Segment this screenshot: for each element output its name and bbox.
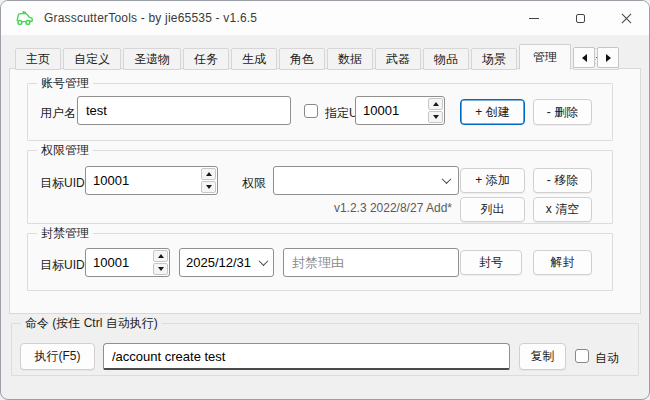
clear-button[interactable]: x 清空	[533, 197, 592, 222]
ban-reason-input[interactable]	[283, 248, 459, 277]
auto-label: 自动	[595, 350, 619, 367]
tab-home[interactable]: 主页	[15, 48, 61, 70]
auto-checkbox[interactable]	[575, 349, 589, 363]
run-button[interactable]: 执行(F5)	[20, 343, 95, 370]
group-account: 账号管理 用户名 指定UID + 创建 - 删除	[27, 83, 613, 141]
add-button[interactable]: + 添加	[460, 168, 525, 193]
uid-spinner-input[interactable]	[356, 97, 427, 124]
spinner-down-button[interactable]	[428, 111, 443, 123]
copy-button[interactable]: 复制	[519, 343, 566, 370]
ban-date-value: 2025/12/31	[186, 255, 251, 270]
up-triangle-icon	[158, 254, 164, 258]
maximize-button[interactable]	[557, 1, 603, 35]
username-input[interactable]	[77, 96, 291, 125]
group-ban-title: 封禁管理	[37, 225, 93, 242]
tab-data[interactable]: 数据	[327, 48, 373, 70]
group-account-title: 账号管理	[37, 75, 93, 92]
tab-item[interactable]: 物品	[423, 48, 469, 70]
tab-page-panel: 账号管理 用户名 指定UID + 创建 - 删除 权限管理 目标UID	[9, 68, 641, 314]
tab-artifact[interactable]: 圣遗物	[123, 48, 181, 70]
uid-spinner[interactable]	[355, 96, 445, 125]
target-uid-spinner[interactable]	[85, 166, 218, 195]
tab-custom[interactable]: 自定义	[63, 48, 121, 70]
username-label: 用户名	[40, 105, 76, 122]
create-button[interactable]: + 创建	[460, 99, 525, 125]
tab-scroll-left-button[interactable]	[573, 47, 595, 68]
left-triangle-icon	[582, 54, 587, 62]
unban-button[interactable]: 解封	[533, 250, 592, 275]
version-note: v1.2.3 2022/8/27 Add*	[28, 201, 452, 215]
minimize-button[interactable]	[511, 1, 557, 35]
ban-target-uid-label: 目标UID	[40, 257, 85, 274]
up-triangle-icon	[206, 172, 212, 176]
up-triangle-icon	[433, 102, 439, 106]
down-triangle-icon	[206, 185, 212, 189]
down-triangle-icon	[433, 115, 439, 119]
delete-button[interactable]: - 删除	[533, 99, 592, 125]
right-triangle-icon	[606, 54, 611, 62]
chevron-down-icon	[442, 174, 452, 184]
close-icon	[621, 13, 632, 24]
command-input[interactable]	[103, 343, 510, 370]
titlebar: GrasscutterTools - by jie65535 - v1.6.5	[1, 1, 649, 35]
spinner-up-button[interactable]	[428, 98, 443, 110]
app-window: GrasscutterTools - by jie65535 - v1.6.5 …	[0, 0, 650, 400]
tab-character[interactable]: 角色	[279, 48, 325, 70]
tab-scroll-right-button[interactable]	[597, 47, 619, 68]
target-uid-spinner-input[interactable]	[86, 167, 200, 194]
window-title: GrasscutterTools - by jie65535 - v1.6.5	[44, 11, 257, 25]
tab-spawn[interactable]: 生成	[231, 48, 277, 70]
group-permission: 权限管理 目标UID 权限 + 添加 - 移除 v1.2.3 2022/8/27…	[27, 150, 613, 224]
specify-uid-checkbox[interactable]	[304, 104, 318, 118]
ban-uid-spinner[interactable]	[85, 248, 170, 277]
target-uid-label: 目标UID	[40, 175, 85, 192]
ban-date-combobox[interactable]: 2025/12/31	[179, 248, 274, 277]
tab-weapon[interactable]: 武器	[375, 48, 421, 70]
group-command-title: 命令 (按住 Ctrl 自动执行)	[21, 315, 162, 332]
remove-button[interactable]: - 移除	[533, 168, 592, 193]
tab-scene[interactable]: 场景	[471, 48, 517, 70]
spinner-down-button[interactable]	[153, 263, 168, 275]
down-triangle-icon	[158, 267, 164, 271]
spinner-up-button[interactable]	[153, 250, 168, 262]
chevron-down-icon	[259, 256, 269, 266]
ban-button[interactable]: 封号	[460, 250, 522, 275]
tab-management[interactable]: 管理	[519, 44, 571, 70]
tab-bar: 主页 自定义 圣遗物 任务 生成 角色 数据 武器 物品 场景 管理 关于	[15, 44, 621, 69]
group-permission-title: 权限管理	[37, 142, 93, 159]
group-command: 命令 (按住 Ctrl 自动执行) 执行(F5) 复制 自动	[11, 323, 639, 376]
permission-combobox[interactable]	[273, 166, 459, 195]
permission-label: 权限	[242, 175, 266, 192]
maximize-icon	[576, 14, 585, 23]
spinner-down-button[interactable]	[201, 181, 216, 193]
group-ban: 封禁管理 目标UID 2025/12/31 封号 解封	[27, 233, 613, 291]
list-button[interactable]: 列出	[460, 197, 525, 222]
tab-quest[interactable]: 任务	[183, 48, 229, 70]
spinner-up-button[interactable]	[201, 168, 216, 180]
minimize-icon	[529, 18, 539, 19]
close-button[interactable]	[603, 1, 649, 35]
ban-uid-spinner-input[interactable]	[86, 249, 152, 276]
app-logo-icon	[15, 10, 35, 27]
